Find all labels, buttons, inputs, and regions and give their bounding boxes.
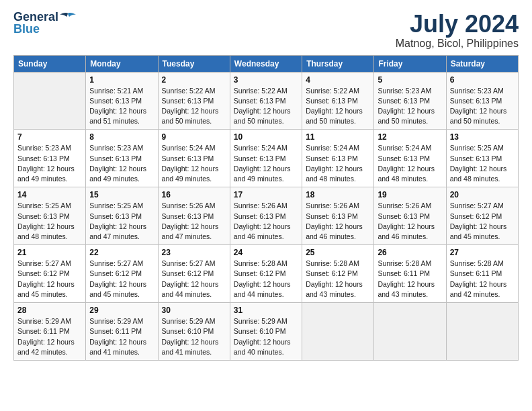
cell-3-4: 25 Sunrise: 5:28 AMSunset: 6:12 PMDaylig…	[302, 245, 374, 303]
day-number: 18	[306, 190, 370, 199]
day-number: 21	[17, 248, 82, 257]
day-info: Sunrise: 5:26 AMSunset: 6:13 PMDaylight:…	[234, 201, 291, 240]
week-row-4: 28 Sunrise: 5:29 AMSunset: 6:11 PMDaylig…	[14, 303, 519, 361]
logo-general: General	[13, 11, 58, 23]
cell-1-6: 13 Sunrise: 5:25 AMSunset: 6:13 PMDaylig…	[446, 130, 518, 187]
day-number: 22	[89, 248, 154, 257]
day-info: Sunrise: 5:24 AMSunset: 6:13 PMDaylight:…	[234, 144, 291, 183]
day-info: Sunrise: 5:29 AMSunset: 6:10 PMDaylight:…	[234, 317, 291, 356]
day-number: 4	[306, 75, 370, 85]
day-number: 23	[162, 248, 226, 257]
calendar-table: Sunday Monday Tuesday Wednesday Thursday…	[13, 55, 519, 361]
day-number: 14	[17, 190, 82, 199]
col-wednesday: Wednesday	[230, 55, 302, 72]
day-number: 19	[378, 190, 442, 199]
header: General Blue July 2024 Matnog, Bicol, Ph…	[13, 11, 519, 50]
cell-0-5: 5 Sunrise: 5:23 AMSunset: 6:13 PMDayligh…	[374, 72, 446, 130]
day-info: Sunrise: 5:22 AMSunset: 6:13 PMDaylight:…	[162, 87, 219, 126]
cell-1-4: 11 Sunrise: 5:24 AMSunset: 6:13 PMDaylig…	[302, 130, 374, 187]
day-info: Sunrise: 5:26 AMSunset: 6:13 PMDaylight:…	[306, 201, 363, 240]
day-number: 9	[162, 132, 226, 142]
day-number: 27	[450, 248, 515, 257]
day-number: 2	[162, 75, 226, 85]
day-info: Sunrise: 5:24 AMSunset: 6:13 PMDaylight:…	[162, 144, 219, 183]
day-number: 20	[450, 190, 515, 199]
cell-2-6: 20 Sunrise: 5:27 AMSunset: 6:12 PMDaylig…	[446, 187, 518, 245]
cell-2-0: 14 Sunrise: 5:25 AMSunset: 6:13 PMDaylig…	[14, 187, 86, 245]
cell-0-1: 1 Sunrise: 5:21 AMSunset: 6:13 PMDayligh…	[86, 72, 158, 130]
day-number: 30	[162, 306, 226, 315]
cell-2-5: 19 Sunrise: 5:26 AMSunset: 6:13 PMDaylig…	[374, 187, 446, 245]
logo-bird-icon	[60, 12, 76, 21]
cell-0-2: 2 Sunrise: 5:22 AMSunset: 6:13 PMDayligh…	[158, 72, 230, 130]
day-number: 12	[378, 132, 442, 142]
cell-1-5: 12 Sunrise: 5:24 AMSunset: 6:13 PMDaylig…	[374, 130, 446, 187]
week-row-3: 21 Sunrise: 5:27 AMSunset: 6:12 PMDaylig…	[14, 245, 519, 303]
day-info: Sunrise: 5:27 AMSunset: 6:12 PMDaylight:…	[450, 201, 507, 240]
day-number: 24	[234, 248, 298, 257]
day-info: Sunrise: 5:23 AMSunset: 6:13 PMDaylight:…	[17, 144, 75, 183]
col-friday: Friday	[374, 55, 446, 72]
cell-1-0: 7 Sunrise: 5:23 AMSunset: 6:13 PMDayligh…	[14, 130, 86, 187]
day-number: 11	[306, 132, 370, 142]
cell-0-0	[14, 72, 86, 130]
cell-3-6: 27 Sunrise: 5:28 AMSunset: 6:11 PMDaylig…	[446, 245, 518, 303]
day-number: 28	[17, 306, 82, 315]
day-number: 16	[162, 190, 226, 199]
day-info: Sunrise: 5:28 AMSunset: 6:12 PMDaylight:…	[234, 259, 291, 298]
logo: General Blue	[13, 11, 76, 35]
col-saturday: Saturday	[446, 55, 518, 72]
cell-4-0: 28 Sunrise: 5:29 AMSunset: 6:11 PMDaylig…	[14, 303, 86, 361]
day-number: 13	[450, 132, 515, 142]
day-info: Sunrise: 5:25 AMSunset: 6:13 PMDaylight:…	[17, 201, 75, 240]
day-number: 15	[89, 190, 154, 199]
day-info: Sunrise: 5:29 AMSunset: 6:11 PMDaylight:…	[89, 317, 146, 356]
day-info: Sunrise: 5:25 AMSunset: 6:13 PMDaylight:…	[450, 144, 507, 183]
cell-0-3: 3 Sunrise: 5:22 AMSunset: 6:13 PMDayligh…	[230, 72, 302, 130]
logo-blue: Blue	[13, 23, 40, 35]
cell-1-3: 10 Sunrise: 5:24 AMSunset: 6:13 PMDaylig…	[230, 130, 302, 187]
col-tuesday: Tuesday	[158, 55, 230, 72]
cell-3-0: 21 Sunrise: 5:27 AMSunset: 6:12 PMDaylig…	[14, 245, 86, 303]
day-number: 17	[234, 190, 298, 199]
day-number: 1	[89, 75, 154, 85]
header-row: Sunday Monday Tuesday Wednesday Thursday…	[14, 55, 519, 72]
cell-3-1: 22 Sunrise: 5:27 AMSunset: 6:12 PMDaylig…	[86, 245, 158, 303]
day-info: Sunrise: 5:25 AMSunset: 6:13 PMDaylight:…	[89, 201, 146, 240]
day-info: Sunrise: 5:21 AMSunset: 6:13 PMDaylight:…	[89, 87, 146, 126]
cell-2-1: 15 Sunrise: 5:25 AMSunset: 6:13 PMDaylig…	[86, 187, 158, 245]
cell-4-4	[302, 303, 374, 361]
col-thursday: Thursday	[302, 55, 374, 72]
page-container: General Blue July 2024 Matnog, Bicol, Ph…	[0, 0, 532, 367]
day-number: 25	[306, 248, 370, 257]
cell-0-6: 6 Sunrise: 5:23 AMSunset: 6:13 PMDayligh…	[446, 72, 518, 130]
cell-3-3: 24 Sunrise: 5:28 AMSunset: 6:12 PMDaylig…	[230, 245, 302, 303]
day-info: Sunrise: 5:27 AMSunset: 6:12 PMDaylight:…	[89, 259, 146, 298]
day-number: 29	[89, 306, 154, 315]
day-info: Sunrise: 5:26 AMSunset: 6:13 PMDaylight:…	[378, 201, 435, 240]
day-number: 31	[234, 306, 298, 315]
cell-1-2: 9 Sunrise: 5:24 AMSunset: 6:13 PMDayligh…	[158, 130, 230, 187]
day-number: 10	[234, 132, 298, 142]
cell-4-3: 31 Sunrise: 5:29 AMSunset: 6:10 PMDaylig…	[230, 303, 302, 361]
day-number: 3	[234, 75, 298, 85]
week-row-0: 1 Sunrise: 5:21 AMSunset: 6:13 PMDayligh…	[14, 72, 519, 130]
day-info: Sunrise: 5:23 AMSunset: 6:13 PMDaylight:…	[378, 87, 435, 126]
day-info: Sunrise: 5:23 AMSunset: 6:13 PMDaylight:…	[450, 87, 507, 126]
day-info: Sunrise: 5:24 AMSunset: 6:13 PMDaylight:…	[306, 144, 363, 183]
cell-4-2: 30 Sunrise: 5:29 AMSunset: 6:10 PMDaylig…	[158, 303, 230, 361]
cell-2-4: 18 Sunrise: 5:26 AMSunset: 6:13 PMDaylig…	[302, 187, 374, 245]
col-monday: Monday	[86, 55, 158, 72]
location-title: Matnog, Bicol, Philippines	[396, 38, 519, 50]
day-info: Sunrise: 5:22 AMSunset: 6:13 PMDaylight:…	[234, 87, 291, 126]
cell-2-3: 17 Sunrise: 5:26 AMSunset: 6:13 PMDaylig…	[230, 187, 302, 245]
day-info: Sunrise: 5:29 AMSunset: 6:11 PMDaylight:…	[17, 317, 75, 356]
day-info: Sunrise: 5:22 AMSunset: 6:13 PMDaylight:…	[306, 87, 363, 126]
day-info: Sunrise: 5:27 AMSunset: 6:12 PMDaylight:…	[17, 259, 75, 298]
day-info: Sunrise: 5:28 AMSunset: 6:12 PMDaylight:…	[306, 259, 363, 298]
title-area: July 2024 Matnog, Bicol, Philippines	[396, 11, 519, 50]
day-info: Sunrise: 5:28 AMSunset: 6:11 PMDaylight:…	[450, 259, 507, 298]
cell-4-6	[446, 303, 518, 361]
day-number: 6	[450, 75, 515, 85]
cell-3-2: 23 Sunrise: 5:27 AMSunset: 6:12 PMDaylig…	[158, 245, 230, 303]
